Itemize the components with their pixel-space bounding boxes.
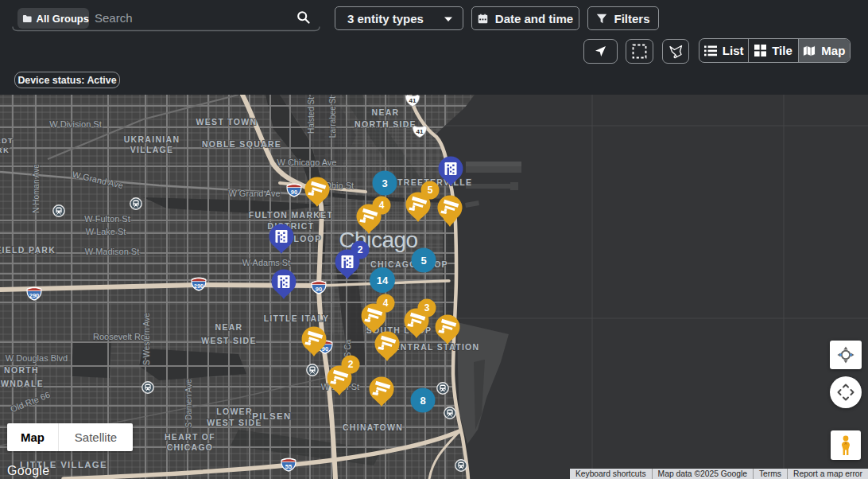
svg-text:FULTON MARKET: FULTON MARKET [249,210,333,220]
svg-text:PILSEN: PILSEN [252,411,291,421]
svg-text:S Western Ave: S Western Ave [142,313,151,365]
svg-text:VILLAGE: VILLAGE [130,145,174,154]
svg-text:LOOP: LOOP [294,234,322,243]
svg-text:WEST SIDE: WEST SIDE [201,336,256,345]
svg-text:LITTLE ITALY: LITTLE ITALY [264,313,330,323]
svg-text:CHINATOWN: CHINATOWN [343,423,403,432]
svg-text:N Homan Ave: N Homan Ave [32,164,41,213]
svg-text:W Madison St: W Madison St [85,247,139,256]
svg-text:3: 3 [382,177,387,189]
svg-text:290: 290 [194,282,204,290]
svg-text:90: 90 [316,286,322,293]
svg-text:14: 14 [377,275,389,286]
svg-text:290: 290 [29,292,40,299]
svg-text:RK: RK [0,146,10,154]
svg-text:4: 4 [383,298,389,309]
svg-text:RFIELD PARK: RFIELD PARK [0,245,56,255]
svg-text:S Damen Ave: S Damen Ave [184,379,193,427]
svg-text:W Lake St: W Lake St [86,227,126,236]
svg-text:LOWER: LOWER [216,407,253,416]
svg-text:55: 55 [285,463,292,470]
svg-text:W Chicago Ave: W Chicago Ave [277,158,336,167]
svg-text:WEST TOWN: WEST TOWN [196,117,258,127]
svg-text:2: 2 [358,244,363,255]
svg-text:4: 4 [379,200,385,211]
svg-text:W Grand Ave: W Grand Ave [228,189,280,198]
svg-text:HEART OF: HEART OF [165,432,215,442]
svg-text:NORTH SIDE: NORTH SIDE [355,119,417,129]
svg-text:5: 5 [428,185,433,196]
svg-text:S Ca: S Ca [343,339,352,357]
svg-text:LDT: LDT [0,136,14,145]
svg-text:90: 90 [291,189,297,196]
svg-text:NEAR: NEAR [215,322,243,332]
svg-text:2: 2 [348,359,354,370]
svg-text:8: 8 [420,395,425,407]
svg-text:Halsted St: Halsted St [307,97,316,134]
svg-text:LAWNDALE: LAWNDALE [0,379,44,388]
svg-text:UKRAINIAN: UKRAINIAN [124,134,180,144]
svg-text:41: 41 [417,128,424,135]
svg-text:41: 41 [409,97,417,104]
svg-text:W Douglas Blvd: W Douglas Blvd [6,353,68,363]
svg-text:5: 5 [420,255,426,267]
svg-text:W Division St: W Division St [49,119,101,129]
svg-text:CENTRAL STATION: CENTRAL STATION [387,342,480,352]
svg-text:Chicago: Chicago [339,228,417,252]
svg-text:W Adams St: W Adams St [242,258,291,267]
svg-text:NOBLE SQUARE: NOBLE SQUARE [202,139,281,149]
svg-text:Roosevelt Rd: Roosevelt Rd [93,332,145,341]
svg-text:NORTH: NORTH [4,365,39,375]
svg-text:NEAR: NEAR [372,107,400,117]
svg-text:Larrabee St: Larrabee St [328,96,337,138]
svg-text:CHICAGO: CHICAGO [167,442,214,452]
svg-text:W Fulton St: W Fulton St [84,214,130,224]
